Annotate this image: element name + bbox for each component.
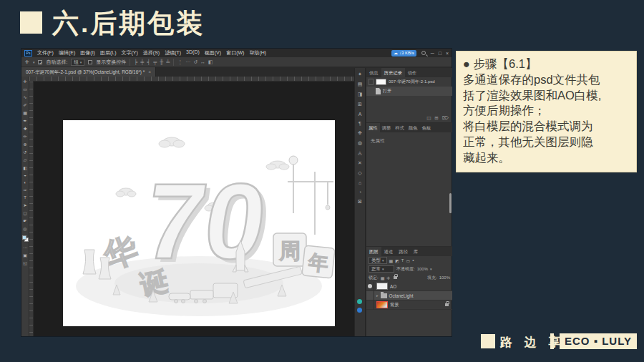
history-brush-tool-icon[interactable]: ↺: [23, 150, 26, 155]
screen-mode-icon[interactable]: ◱: [23, 260, 27, 265]
quick-mask-icon[interactable]: ▣: [23, 253, 27, 258]
brush-tool-icon[interactable]: ✏: [23, 134, 26, 139]
align-bottom-icon[interactable]: ╧: [166, 59, 170, 64]
menu-item[interactable]: 文字(Y): [121, 49, 137, 57]
align-center-h-icon[interactable]: ╪: [140, 59, 144, 64]
visibility-toggle[interactable]: [366, 291, 374, 300]
tab-close-icon[interactable]: ×: [148, 67, 151, 77]
align-top-icon[interactable]: ╤: [153, 59, 157, 64]
edit-toolbar-icon[interactable]: ⋯: [23, 245, 27, 250]
menu-item[interactable]: 视图(V): [205, 49, 221, 57]
color-swatches[interactable]: [22, 235, 29, 242]
layer-row-group[interactable]: ▸ OctaneLight: [366, 291, 452, 300]
chevron-down-icon[interactable]: ▾: [430, 267, 432, 271]
layer-row-background[interactable]: 背景: [366, 300, 452, 310]
search-icon[interactable]: [421, 51, 426, 55]
swatches-panel-icon[interactable]: ▤: [358, 82, 363, 87]
tab-adjustments[interactable]: 调整: [380, 123, 394, 132]
auto-select-dropdown[interactable]: 组 ▾: [71, 59, 84, 66]
layer-row-ao[interactable]: AO: [366, 282, 452, 291]
zoom-tool-icon[interactable]: ◎: [23, 226, 26, 231]
menu-item[interactable]: 选择(S): [143, 49, 160, 57]
group-expand-icon[interactable]: ▸: [376, 293, 379, 298]
fill-value[interactable]: 100%: [439, 275, 450, 280]
filter-smart-icon[interactable]: ▪: [412, 258, 414, 263]
visibility-toggle[interactable]: [366, 282, 374, 291]
tab-actions[interactable]: 动作: [405, 68, 420, 77]
clone-source-panel-icon[interactable]: ◍: [358, 140, 362, 146]
filter-type-icon[interactable]: T: [401, 258, 404, 263]
timeline-panel-icon[interactable]: ◔: [358, 190, 361, 195]
distribute-icon[interactable]: ⋮: [177, 59, 182, 65]
quick-select-tool-icon[interactable]: ✐: [23, 102, 26, 107]
blend-mode-dropdown[interactable]: 正常▾: [369, 265, 394, 273]
history-source-icon[interactable]: [369, 79, 374, 85]
panel-scrollbar[interactable]: [449, 193, 452, 213]
show-transform-checkbox[interactable]: [88, 60, 92, 64]
blue-app-icon[interactable]: [357, 308, 362, 313]
minimize-icon[interactable]: ─: [431, 51, 434, 56]
character-panel-icon[interactable]: A: [358, 112, 362, 117]
navigator-panel-icon[interactable]: ⌂: [358, 180, 361, 185]
teal-app-icon[interactable]: [357, 299, 362, 304]
hand-tool-icon[interactable]: ☛: [23, 218, 26, 223]
styles-panel-icon[interactable]: ✕: [358, 160, 362, 166]
move-tool-icon[interactable]: ✛: [23, 79, 26, 84]
tab-swatches[interactable]: 色板: [419, 123, 433, 132]
layer-filter-dropdown[interactable]: 类型▾: [369, 257, 387, 264]
blur-tool-icon[interactable]: ◒: [24, 173, 26, 177]
tab-history[interactable]: 历史记录: [381, 68, 405, 77]
marquee-tool-icon[interactable]: ▭: [23, 87, 27, 92]
gradients-panel-icon[interactable]: ◨: [358, 92, 363, 97]
opacity-value[interactable]: 100%: [417, 267, 428, 271]
close-icon[interactable]: ×: [446, 51, 449, 56]
distribute-h-icon[interactable]: ⋯: [185, 59, 190, 65]
type-tool-icon[interactable]: T: [24, 195, 26, 200]
lock-all-icon[interactable]: [394, 276, 397, 279]
filter-shape-icon[interactable]: ▭: [406, 258, 411, 263]
tab-paths[interactable]: 路径: [396, 247, 411, 256]
lasso-tool-icon[interactable]: ∿: [23, 94, 26, 99]
filter-pixel-icon[interactable]: ▦: [389, 258, 394, 263]
canvas-area[interactable]: 70 70 华 诞 周 年: [34, 82, 354, 336]
tab-channels[interactable]: 通道: [381, 247, 396, 256]
tab-properties[interactable]: 属性: [366, 123, 380, 132]
shapes-panel-icon[interactable]: ◇: [358, 170, 361, 176]
adjustments-panel-icon[interactable]: ◬: [358, 150, 361, 156]
color-panel-icon[interactable]: ✦: [358, 72, 362, 77]
visibility-toggle[interactable]: [366, 300, 374, 310]
chevron-down-icon[interactable]: ▾: [33, 60, 35, 64]
menu-item[interactable]: 滤镜(T): [165, 49, 181, 57]
menu-item[interactable]: 窗口(W): [226, 49, 244, 57]
menu-item[interactable]: 编辑(E): [59, 49, 75, 57]
layer-thumbnail[interactable]: [376, 283, 388, 290]
path-select-tool-icon[interactable]: ➤: [23, 202, 26, 207]
eraser-tool-icon[interactable]: ▱: [24, 157, 27, 162]
tab-color[interactable]: 颜色: [406, 123, 420, 132]
filter-adjustment-icon[interactable]: ◩: [395, 258, 399, 263]
align-middle-icon[interactable]: ╫: [160, 59, 163, 64]
history-state-row[interactable]: 打开: [366, 87, 452, 96]
auto-select-checkbox[interactable]: [38, 60, 42, 64]
lock-icons[interactable]: ▦✛: [381, 275, 391, 280]
new-document-from-state-icon[interactable]: ◫: [426, 115, 431, 121]
crop-tool-icon[interactable]: ▦: [23, 110, 27, 115]
tab-libraries[interactable]: 库: [411, 247, 421, 256]
menu-item[interactable]: 文件(F): [37, 49, 54, 57]
tab-info[interactable]: 信息: [366, 68, 381, 77]
delete-state-icon[interactable]: ⌦: [442, 115, 449, 121]
menu-item[interactable]: 图层(L): [100, 49, 117, 57]
patterns-panel-icon[interactable]: ⊞: [358, 102, 362, 107]
menu-item[interactable]: 3D(D): [186, 49, 200, 57]
menu-item[interactable]: 帮助(H): [249, 49, 266, 57]
dodge-tool-icon[interactable]: ◐: [24, 180, 26, 185]
layer-thumbnail[interactable]: [376, 301, 388, 308]
align-right-icon[interactable]: ╡: [147, 59, 150, 64]
tab-styles[interactable]: 样式: [393, 123, 406, 132]
align-left-icon[interactable]: ╞: [134, 59, 137, 64]
rotate-view-icon[interactable]: ↺: [193, 59, 197, 65]
tab-layers[interactable]: 图层: [366, 247, 381, 256]
3d-mode-icon[interactable]: ◧: [208, 59, 213, 65]
shape-tool-icon[interactable]: ◻: [24, 210, 27, 215]
maximize-icon[interactable]: □: [439, 51, 441, 56]
